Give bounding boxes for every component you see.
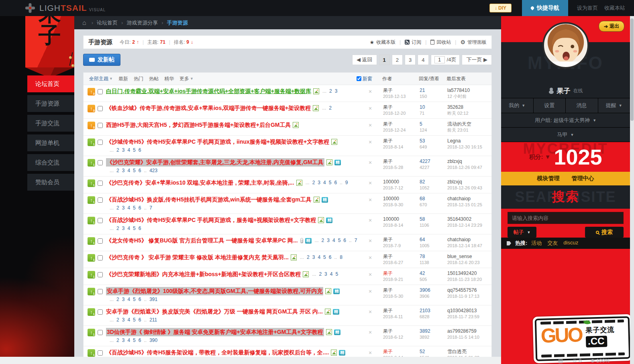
thread-page-link[interactable]: 2 [116,225,119,232]
thread-checkbox[interactable] [98,160,103,165]
thread-page-link[interactable]: 3 [327,236,330,245]
lastpost-user-link[interactable]: q1030428013 [447,308,477,313]
profile-menu-提醒[interactable]: 提醒▼ [598,98,630,113]
thread-replies-count[interactable]: 3892 [420,328,430,334]
lastpost-user-link[interactable]: 351643002 [447,216,471,222]
thread-page-link[interactable]: 4 [127,205,130,211]
thread-page-link[interactable]: 5 [133,296,136,303]
pagination-page-2[interactable]: 2 [392,55,403,65]
close-icon[interactable]: × [365,88,376,95]
thread-page-link[interactable]: 7 [355,236,357,245]
forum-action-rss[interactable]: 订阅 [405,39,421,46]
sidebar-item-综合交流[interactable]: 综合交流 [27,154,74,171]
close-icon[interactable]: × [365,217,376,224]
thread-page-link[interactable]: 8 [340,253,342,262]
avatar[interactable] [542,22,589,69]
thread-replies-count[interactable]: 10 [420,104,425,110]
pagination-back-button[interactable]: ◀ 返回 [352,55,377,65]
thread-title-link[interactable]: 《沙巴克传奇》安卓+苹果ios10 双端,安卓本地注册 , 荣耀,主宰,时装,坐… [106,179,294,187]
hot-link-交友[interactable]: 交友 [547,240,558,247]
filter-link-热门[interactable]: 热门 [134,75,143,82]
quick-nav-button[interactable]: 快捷导航 [522,0,568,16]
thread-page-link[interactable]: 6 [139,225,141,232]
lastpost-user-link[interactable]: blue_sense [447,254,472,259]
close-icon[interactable]: × [365,139,376,145]
home-icon[interactable]: ⌂ [82,19,86,26]
filter-link-最新[interactable]: 最新 [118,75,128,82]
thread-author-link[interactable]: 果子 [383,237,393,242]
thread-page-link[interactable]: 2 [329,87,332,96]
breadcrumb-item[interactable]: 论坛首页 [97,19,118,26]
thread-page-link[interactable]: 391 [149,296,157,303]
thread-title-link[interactable]: 《铁血沙城》传奇手游,传奇游戏,安卓+苹果ios,双端手游传奇一键服务端+架设教… [106,104,311,112]
thread-page-link[interactable]: 2 [116,296,119,303]
thread-page-link[interactable]: 4 [330,270,333,279]
thread-checkbox[interactable] [98,309,103,315]
lastpost-user-link[interactable]: 15013492420 [447,270,477,276]
thread-checkbox[interactable] [98,89,103,94]
thread-checkbox[interactable] [98,350,103,356]
lastpost-user-link[interactable]: 雪白透亮 [447,349,467,354]
filter-link-热帖[interactable]: 热帖 [149,75,159,82]
set-home-link[interactable]: 设为首页 [577,4,598,12]
lastpost-user-link[interactable]: zblzxjq [447,179,462,185]
new-window-toggle[interactable]: 新窗 [357,75,375,82]
thread-page-link[interactable]: 4 [127,167,130,174]
thread-page-link[interactable]: 2 [116,205,119,211]
thread-page-link[interactable]: 6 [139,205,141,211]
forum-action-gear[interactable]: ⚙管理面板 [460,39,487,46]
thread-page-link[interactable]: 4 [127,296,130,303]
thread-checkbox[interactable] [98,238,103,244]
thread-page-link[interactable]: 2 [329,104,332,112]
thread-author-link[interactable]: 100000 [383,196,399,201]
sidebar-item-赞助会员[interactable]: 赞助会员 [27,174,74,191]
thread-checkbox[interactable] [98,272,103,277]
thread-checkbox[interactable] [98,106,103,111]
thread-author-link[interactable]: 果子 [383,349,393,354]
forum-action-trash[interactable]: 回收站 [430,39,451,46]
logout-button[interactable]: ➔退出 [599,21,624,32]
thread-page-link[interactable]: 6 [139,296,141,303]
thread-page-link[interactable]: 4 [323,179,326,187]
thread-page-link[interactable]: 4 [127,337,130,344]
pagination-page-1[interactable]: 1 [379,55,390,65]
filter-link-精华[interactable]: 精华 [164,75,174,82]
lastpost-user-link[interactable]: as799286759 [447,328,477,334]
thread-page-link[interactable]: 4 [127,317,130,323]
thread-author-link[interactable]: 果子 [383,270,393,276]
thread-author-link[interactable]: 果子 [383,121,393,127]
lastpost-user-link[interactable]: 流动的天空 [447,121,471,127]
thread-page-link[interactable]: 3 [324,270,327,279]
bookmark-site-link[interactable]: 收藏本站 [604,4,625,12]
close-icon[interactable]: × [365,180,376,186]
thread-page-link[interactable]: 3 [335,87,338,96]
thread-title-link[interactable]: 《沙城传奇H5》传奇H5安卓苹果PC 手机网页游戏，iinux服务端+视频架设教… [106,138,329,146]
thread-author-link[interactable]: 100000 [383,179,399,185]
close-icon[interactable]: × [365,271,376,278]
usergroup-row[interactable]: 用户组: 超级牛逼大男神▼ [501,113,630,128]
thread-replies-count[interactable]: 21 [420,87,425,93]
thread-author-link[interactable]: 果子 [383,159,393,164]
filter-all-topics[interactable]: 全部主题 [89,75,108,82]
close-icon[interactable]: × [365,350,376,356]
thread-checkbox[interactable] [98,197,103,203]
thread-checkbox[interactable] [98,123,103,128]
thread-checkbox[interactable] [98,218,103,223]
username[interactable]: 果子 [557,86,571,96]
thread-page-link[interactable]: 3 [122,147,125,154]
thread-page-link[interactable]: 2 [312,179,315,187]
thread-replies-count[interactable]: 2103 [420,308,430,313]
thread-author-link[interactable]: 果子 [383,254,393,259]
thread-author-link[interactable]: 果子 [383,138,393,144]
lastpost-user-link[interactable]: qq754557576 [447,287,477,293]
thread-page-link[interactable]: 5 [133,167,136,174]
sidebar-item-论坛首页[interactable]: 论坛首页 [27,75,74,92]
thread-replies-count[interactable]: 82 [420,179,425,185]
close-icon[interactable]: × [365,105,376,112]
lastpost-user-link[interactable]: chatchaiop [447,196,471,201]
thread-title-link[interactable]: 《百战沙城H5》换皮版,传奇H5挂机手机网页游戏,win系统一键服务端,全套gm… [106,195,312,204]
thread-page-link[interactable]: 5 [338,236,341,245]
thread-page-link[interactable]: 2 [116,317,119,323]
browser-scrollbar[interactable] [630,16,634,364]
search-input[interactable] [508,212,624,224]
